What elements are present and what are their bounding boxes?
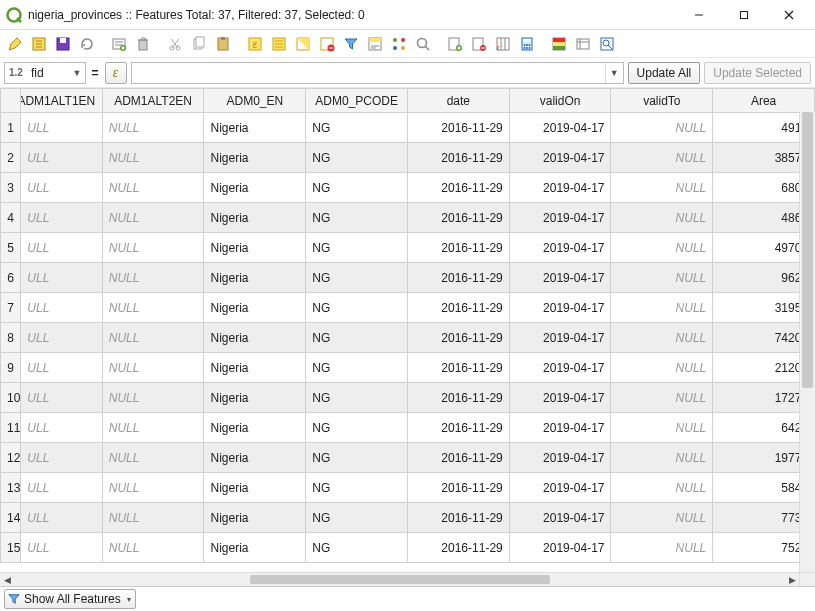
conditional-formatting-icon[interactable] [548, 33, 570, 55]
cell[interactable]: NULL [611, 323, 713, 353]
cell[interactable]: NULL [611, 503, 713, 533]
minimize-button[interactable] [676, 1, 721, 29]
cell[interactable]: 2016-11-29 [407, 383, 509, 413]
cell[interactable]: NULL [611, 143, 713, 173]
cell[interactable]: ULL [21, 443, 102, 473]
move-to-top-icon[interactable] [388, 33, 410, 55]
table-row[interactable]: 11ULLNULLNigeriaNG2016-11-292019-04-17NU… [1, 413, 815, 443]
cell[interactable]: ULL [21, 263, 102, 293]
table-row[interactable]: 5ULLNULLNigeriaNG2016-11-292019-04-17NUL… [1, 233, 815, 263]
table-row[interactable]: 9ULLNULLNigeriaNG2016-11-292019-04-17NUL… [1, 353, 815, 383]
cell[interactable]: ULL [21, 353, 102, 383]
table-row[interactable]: 15ULLNULLNigeriaNG2016-11-292019-04-17NU… [1, 533, 815, 563]
cell[interactable]: NG [306, 143, 408, 173]
cell[interactable]: Nigeria [204, 503, 306, 533]
cell[interactable]: 2019-04-17 [509, 203, 611, 233]
cell[interactable]: NULL [611, 233, 713, 263]
row-number[interactable]: 8 [1, 323, 21, 353]
cell[interactable]: NG [306, 203, 408, 233]
show-all-features-button[interactable]: Show All Features ▾ [4, 589, 136, 609]
scrollbar-thumb[interactable] [250, 575, 550, 584]
cell[interactable]: 2019-04-17 [509, 503, 611, 533]
cell[interactable]: ULL [21, 143, 102, 173]
paste-icon[interactable] [212, 33, 234, 55]
cell[interactable]: 2016-11-29 [407, 263, 509, 293]
table-row[interactable]: 7ULLNULLNigeriaNG2016-11-292019-04-17NUL… [1, 293, 815, 323]
cell[interactable]: ULL [21, 293, 102, 323]
save-edits-icon[interactable] [52, 33, 74, 55]
row-number[interactable]: 7 [1, 293, 21, 323]
cell[interactable]: 2016-11-29 [407, 443, 509, 473]
cell[interactable]: Nigeria [204, 143, 306, 173]
cell[interactable]: 2019-04-17 [509, 323, 611, 353]
cell[interactable]: NULL [102, 473, 204, 503]
cell[interactable]: NG [306, 413, 408, 443]
cell[interactable]: NULL [611, 533, 713, 563]
row-number[interactable]: 2 [1, 143, 21, 173]
cell[interactable]: 2016-11-29 [407, 533, 509, 563]
cell[interactable]: 2016-11-29 [407, 173, 509, 203]
cell[interactable]: ULL [21, 113, 102, 143]
cell[interactable]: 2019-04-17 [509, 443, 611, 473]
cell[interactable]: NULL [102, 353, 204, 383]
organize-columns-icon[interactable] [492, 33, 514, 55]
row-number[interactable]: 3 [1, 173, 21, 203]
cell[interactable]: Nigeria [204, 443, 306, 473]
row-number[interactable]: 11 [1, 413, 21, 443]
cell[interactable]: 2016-11-29 [407, 143, 509, 173]
cell[interactable]: NULL [611, 293, 713, 323]
close-button[interactable] [766, 1, 811, 29]
column-header[interactable]: date [407, 89, 509, 113]
add-feature-icon[interactable] [108, 33, 130, 55]
cell[interactable]: 2019-04-17 [509, 473, 611, 503]
cell[interactable]: ULL [21, 323, 102, 353]
cell[interactable]: 2016-11-29 [407, 113, 509, 143]
cell[interactable]: ULL [21, 173, 102, 203]
cell[interactable]: Nigeria [204, 263, 306, 293]
table-row[interactable]: 14ULLNULLNigeriaNG2016-11-292019-04-17NU… [1, 503, 815, 533]
cell[interactable]: 2019-04-17 [509, 383, 611, 413]
expression-text[interactable] [132, 63, 605, 83]
cell[interactable]: ULL [21, 233, 102, 263]
cell[interactable]: ULL [21, 203, 102, 233]
table-row[interactable]: 12ULLNULLNigeriaNG2016-11-292019-04-17NU… [1, 443, 815, 473]
cell[interactable]: NG [306, 473, 408, 503]
scroll-right-icon[interactable]: ▶ [785, 573, 799, 586]
row-number[interactable]: 5 [1, 233, 21, 263]
table-row[interactable]: 2ULLNULLNigeriaNG2016-11-292019-04-17NUL… [1, 143, 815, 173]
field-selector[interactable]: 1.2 fid ▼ [4, 62, 86, 84]
column-header[interactable]: ADM1ALT2EN [102, 89, 204, 113]
invert-selection-icon[interactable] [292, 33, 314, 55]
cell[interactable]: 2019-04-17 [509, 353, 611, 383]
select-by-value-icon[interactable] [364, 33, 386, 55]
select-by-expression-icon[interactable]: ε [244, 33, 266, 55]
multi-edit-icon[interactable] [28, 33, 50, 55]
table-row[interactable]: 6ULLNULLNigeriaNG2016-11-292019-04-17NUL… [1, 263, 815, 293]
cell[interactable]: 2016-11-29 [407, 203, 509, 233]
cell[interactable]: ULL [21, 533, 102, 563]
cell[interactable]: 2016-11-29 [407, 323, 509, 353]
table-row[interactable]: 1ULLNULLNigeriaNG2016-11-292019-04-17NUL… [1, 113, 815, 143]
cell[interactable]: Nigeria [204, 173, 306, 203]
delete-selected-icon[interactable] [132, 33, 154, 55]
filter-selection-icon[interactable] [340, 33, 362, 55]
cell[interactable]: NG [306, 323, 408, 353]
actions-icon[interactable] [572, 33, 594, 55]
cell[interactable]: NG [306, 533, 408, 563]
row-number[interactable]: 14 [1, 503, 21, 533]
cell[interactable]: NULL [102, 113, 204, 143]
cell[interactable]: NG [306, 263, 408, 293]
cell[interactable]: 2016-11-29 [407, 503, 509, 533]
cell[interactable]: NULL [102, 443, 204, 473]
column-header[interactable]: validOn [509, 89, 611, 113]
table-row[interactable]: 3ULLNULLNigeriaNG2016-11-292019-04-17NUL… [1, 173, 815, 203]
cell[interactable]: NULL [102, 233, 204, 263]
cell[interactable]: NULL [611, 443, 713, 473]
cell[interactable]: NG [306, 383, 408, 413]
select-all-icon[interactable] [268, 33, 290, 55]
dock-icon[interactable] [596, 33, 618, 55]
cell[interactable]: NG [306, 353, 408, 383]
row-number[interactable]: 6 [1, 263, 21, 293]
cell[interactable]: Nigeria [204, 473, 306, 503]
cell[interactable]: NULL [102, 293, 204, 323]
